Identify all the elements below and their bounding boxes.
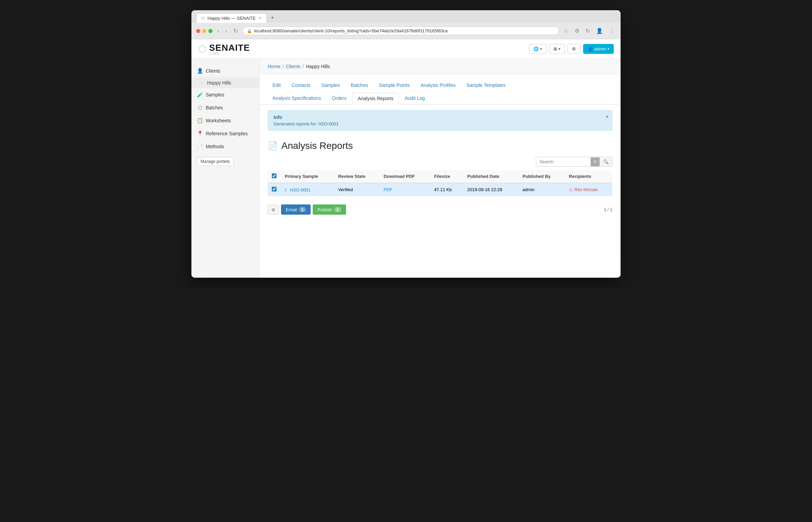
sidebar-item-worksheets[interactable]: 📋 Worksheets — [191, 114, 259, 127]
logo-hex-icon: ⬡ — [198, 43, 206, 55]
header-published-by: Published By — [518, 170, 565, 183]
profile-button[interactable]: 👤 — [595, 26, 604, 35]
back-button[interactable]: ‹ — [216, 27, 220, 35]
info-message: Generated reports for: H2O-0001 — [274, 121, 607, 126]
discard-icon: ⊘ — [271, 207, 275, 212]
sidebar-clients-label: Clients — [206, 68, 220, 74]
browser-tab[interactable]: ⬡ Happy Hills — SENAITE ✕ — [196, 13, 267, 23]
row-review-state-cell: Verified — [334, 183, 379, 196]
top-navigation: ⬡ SENAITE LIMS 🌐 ▾ ⊞ ▾ ⚙ — [191, 39, 621, 59]
page-title: Analysis Reports — [281, 140, 353, 151]
info-close-button[interactable]: × — [606, 114, 609, 120]
row-published-by: admin — [522, 187, 534, 192]
sidebar-item-clients[interactable]: 👤 Clients — [191, 64, 259, 77]
reload-button[interactable]: ↻ — [232, 26, 239, 35]
info-title: Info — [274, 114, 607, 120]
grid-icon: ⊞ — [553, 46, 557, 51]
tab-edit[interactable]: Edit — [268, 80, 285, 91]
samples-icon: 🧪 — [197, 92, 203, 98]
clients-icon: 👤 — [197, 68, 203, 74]
tab-close-btn[interactable]: ✕ — [259, 16, 262, 20]
search-go-button[interactable]: 🔍 — [599, 157, 612, 166]
tab-analysis-profiles[interactable]: Analysis Profiles — [416, 80, 460, 91]
row-published-date-cell: 2019-09-16 22:29 — [463, 183, 518, 196]
reports-table: Primary Sample Review State Download PDF… — [268, 170, 612, 196]
email-button[interactable]: Email 1 — [281, 204, 311, 215]
row-sample-link[interactable]: H2O-0001 — [290, 187, 311, 193]
bookmark-button[interactable]: ☆ — [562, 26, 570, 35]
menu-button[interactable]: ⋮ — [608, 26, 616, 35]
globe-button[interactable]: 🌐 ▾ — [529, 44, 546, 54]
methods-icon: 📄 — [197, 143, 203, 150]
manage-portlets-button[interactable]: Manage portlets — [197, 157, 234, 166]
sidebar-item-happy-hills[interactable]: › Happy Hills — [191, 77, 259, 88]
url-text: localhost:8080/senaite/clients/client-10… — [254, 28, 448, 33]
header-download-pdf: Download PDF — [379, 170, 430, 183]
tab-contacts[interactable]: Contacts — [287, 80, 315, 91]
table-header-row: Primary Sample Review State Download PDF… — [268, 170, 612, 183]
tab-sample-templates[interactable]: Sample Templates — [462, 80, 510, 91]
tab-batches[interactable]: Batches — [346, 80, 373, 91]
row-checkbox[interactable] — [272, 187, 277, 191]
publish-button[interactable]: Publish 1 — [313, 204, 346, 215]
header-published-date: Published Date — [463, 170, 518, 183]
breadcrumb-clients[interactable]: Clients — [286, 64, 300, 69]
row-published-by-cell: admin — [518, 183, 565, 196]
new-tab-button[interactable]: + — [268, 13, 277, 23]
tab-samples[interactable]: Samples — [316, 80, 344, 91]
header-recipients: Recipients — [565, 170, 612, 183]
select-all-checkbox[interactable] — [272, 173, 277, 178]
sidebar-batches-label: Batches — [206, 105, 223, 110]
user-icon: 👤 — [588, 46, 593, 51]
table-body: ℹ H2O-0001 Verified PDF — [268, 183, 612, 196]
row-checkbox-cell — [268, 183, 281, 196]
search-clear-button[interactable]: ✕ — [591, 157, 599, 166]
header-primary-sample: Primary Sample — [281, 170, 334, 183]
row-recipients: Rita Mohale — [574, 187, 598, 192]
tab-sample-points[interactable]: Sample Points — [374, 80, 414, 91]
user-menu-button[interactable]: 👤 admin ▾ — [583, 44, 614, 54]
grid-button[interactable]: ⊞ ▾ — [549, 44, 565, 54]
tab-analysis-specifications[interactable]: Analysis Specifications — [268, 93, 326, 104]
header-filesize: Filesize — [430, 170, 463, 183]
page-title-row: 📄 Analysis Reports — [260, 136, 621, 157]
close-window-btn[interactable] — [196, 29, 200, 33]
maximize-window-btn[interactable] — [208, 29, 213, 33]
row-info-icon[interactable]: ℹ — [285, 187, 286, 193]
sidebar-item-methods[interactable]: 📄 Methods — [191, 140, 259, 153]
info-box: Info Generated reports for: H2O-0001 × — [268, 110, 612, 131]
recipient-warning-icon: ⚠ — [569, 187, 573, 192]
row-review-state: Verified — [338, 187, 353, 192]
minimize-window-btn[interactable] — [202, 29, 206, 33]
sidebar-methods-label: Methods — [206, 144, 224, 149]
forward-button[interactable]: › — [224, 27, 228, 35]
sidebar-item-samples[interactable]: 🧪 Samples — [191, 88, 259, 101]
content-area: Home / Clients / Happy Hills Edit Contac… — [260, 59, 621, 278]
sidebar-happy-hills-label: Happy Hills — [207, 80, 231, 86]
gear-icon: ⚙ — [572, 46, 576, 51]
action-bar: ⊘ Email 1 Publish 1 1 / 1 — [260, 202, 621, 217]
row-download-pdf-cell: PDF — [379, 183, 430, 196]
address-bar[interactable]: 🔒 localhost:8080/senaite/clients/client-… — [243, 27, 559, 35]
search-input[interactable] — [536, 157, 591, 166]
search-wrap: ✕ 🔍 — [536, 157, 612, 167]
globe-icon: 🌐 — [533, 46, 539, 51]
sidebar-item-batches[interactable]: ⬡ Batches — [191, 101, 259, 114]
search-bar-row: ✕ 🔍 — [260, 157, 621, 170]
extension-button-2[interactable]: ↻ — [584, 26, 591, 35]
row-recipients-cell: ⚠ Rita Mohale — [565, 183, 612, 196]
sidebar-item-reference-samples[interactable]: 📍 Reference Samples — [191, 127, 259, 140]
tab-orders[interactable]: Orders — [327, 93, 351, 104]
batches-icon: ⬡ — [197, 105, 203, 111]
tab-analysis-reports[interactable]: Analysis Reports — [353, 93, 399, 105]
row-published-date: 2019-09-16 22:29 — [467, 187, 502, 192]
tab-favicon: ⬡ — [201, 16, 205, 20]
breadcrumb-home[interactable]: Home — [268, 64, 280, 69]
settings-button[interactable]: ⚙ — [567, 44, 580, 54]
tab-audit-log[interactable]: Audit Log — [400, 93, 430, 104]
traffic-lights — [196, 29, 213, 33]
extension-button-1[interactable]: ⚙ — [573, 26, 581, 35]
discard-button[interactable]: ⊘ — [268, 205, 279, 215]
row-filesize: 47.11 Kb — [434, 187, 452, 192]
row-pdf-link[interactable]: PDF — [384, 187, 392, 192]
